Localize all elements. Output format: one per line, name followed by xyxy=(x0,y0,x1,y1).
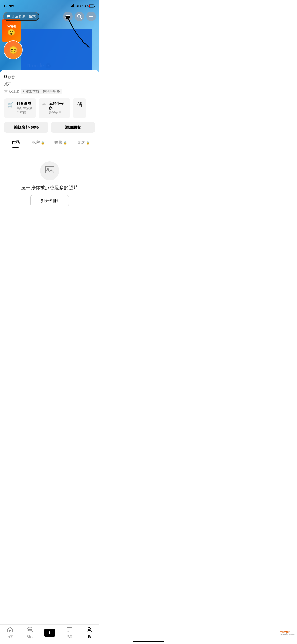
tab-works[interactable]: 作品 xyxy=(4,137,27,148)
tab-collect[interactable]: 收藏 🔒 xyxy=(50,137,72,148)
svg-rect-2 xyxy=(73,4,74,7)
avatar-container: 😊 xyxy=(4,40,23,59)
svg-rect-4 xyxy=(89,5,90,7)
top-right-icons xyxy=(63,12,96,21)
avatar: 😊 xyxy=(4,40,23,59)
likes-lock-icon: 🔒 xyxy=(86,141,90,144)
profile-card: 0 获赞 点击 重庆·江北 + 添加学校、性别等标签 🛒 抖音商城 美好生活触手… xyxy=(0,70,99,214)
extra-icon: 储 xyxy=(77,101,82,108)
miniapp-sub: 最近使用 xyxy=(49,111,67,115)
edit-profile-button[interactable]: 编辑资料 60% xyxy=(4,122,48,133)
svg-line-9 xyxy=(80,17,82,19)
svg-rect-0 xyxy=(71,6,72,7)
svg-rect-5 xyxy=(94,6,95,7)
svg-rect-11 xyxy=(89,16,93,17)
stats-row: 0 获赞 xyxy=(4,74,95,80)
contacts-button[interactable] xyxy=(63,12,73,21)
privacy-blur-overlay xyxy=(21,29,92,74)
add-friend-button[interactable]: 添加朋友 xyxy=(51,122,95,133)
shop-icon: 🛒 xyxy=(7,101,14,108)
add-tag-button[interactable]: + 添加学校、性别等标签 xyxy=(21,89,62,94)
svg-rect-1 xyxy=(72,5,73,7)
service-miniapp[interactable]: ✳ 我的小程序 最近使用 xyxy=(39,98,70,118)
top-actions: ⛟ 开启青少年模式 xyxy=(0,12,99,21)
tabs-row: 作品 私密 🔒 收藏 🔒 喜欢 🔒 xyxy=(4,137,95,148)
collect-lock-icon: 🔒 xyxy=(63,141,67,144)
tags-row: 重庆·江北 + 添加学校、性别等标签 xyxy=(4,89,95,94)
action-buttons: 编辑资料 60% 添加朋友 xyxy=(4,122,95,133)
search-button[interactable] xyxy=(75,12,84,21)
stat-likes-num: 0 xyxy=(4,74,7,80)
photo-placeholder-icon xyxy=(45,165,54,177)
svg-rect-14 xyxy=(45,166,54,173)
svg-point-7 xyxy=(68,15,70,17)
tab-likes[interactable]: 喜欢 🔒 xyxy=(72,137,95,148)
teen-mode-label: 开启青少年模式 xyxy=(12,14,36,19)
svg-rect-12 xyxy=(89,18,93,18)
shop-sub: 美好生活触手可得 xyxy=(17,106,33,115)
menu-button[interactable] xyxy=(86,12,96,21)
status-icons: 4G 13 % xyxy=(71,4,95,8)
empty-state: 发一张你被点赞最多的照片 打开相册 xyxy=(4,148,95,214)
service-extra[interactable]: 储 xyxy=(73,98,86,118)
shop-name: 抖音商城 xyxy=(17,101,33,106)
stat-likes-label: 获赞 xyxy=(8,75,15,80)
teen-mode-icon: ⛟ xyxy=(7,14,11,19)
sticker-badge: 神预测 😮 xyxy=(2,19,21,42)
tab-private[interactable]: 私密 🔒 xyxy=(27,137,50,148)
svg-rect-10 xyxy=(89,15,93,15)
stat-likes: 0 获赞 xyxy=(4,74,15,80)
open-album-button[interactable]: 打开相册 xyxy=(30,195,69,206)
profile-banner: ⛟ 开启青少年模式 xyxy=(0,0,99,74)
signal-bars-icon xyxy=(71,4,76,8)
private-lock-icon: 🔒 xyxy=(41,141,45,144)
teen-mode-button[interactable]: ⛟ 开启青少年模式 xyxy=(3,12,39,21)
empty-text: 发一张你被点赞最多的照片 xyxy=(21,185,78,191)
miniapp-icon: ✳ xyxy=(42,101,46,108)
status-time: 06:09 xyxy=(4,4,14,8)
network-label: 4G xyxy=(77,4,81,8)
svg-point-6 xyxy=(66,15,68,17)
status-bar: 06:09 4G 13 % xyxy=(0,0,99,10)
battery-icon: 13 % xyxy=(82,4,95,8)
location-tag: 重庆·江北 xyxy=(4,89,19,94)
service-shop[interactable]: 🛒 抖音商城 美好生活触手可得 xyxy=(4,98,36,118)
miniapp-name: 我的小程序 xyxy=(49,101,67,111)
services-row: 🛒 抖音商城 美好生活触手可得 ✳ 我的小程序 最近使用 储 xyxy=(4,98,95,118)
empty-icon-circle xyxy=(40,161,59,180)
bio-area[interactable]: 点击 xyxy=(4,82,95,86)
